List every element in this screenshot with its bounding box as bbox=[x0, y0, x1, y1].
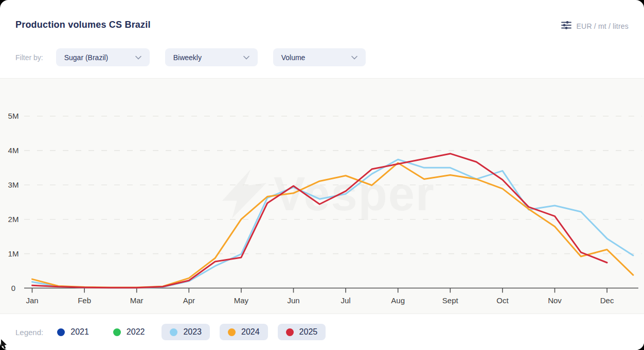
legend-dot-2025 bbox=[286, 328, 294, 336]
x-axis-label-Oct: Oct bbox=[496, 296, 509, 305]
x-axis-label-Feb: Feb bbox=[78, 296, 91, 305]
legend-item-2024[interactable]: 2024 bbox=[220, 324, 268, 340]
x-axis-label-Nov: Nov bbox=[548, 296, 562, 305]
y-axis-label-2M: 2M bbox=[8, 215, 19, 224]
x-axis-label-Jan: Jan bbox=[26, 296, 38, 305]
legend-item-2025[interactable]: 2025 bbox=[278, 324, 326, 340]
frequency-dropdown[interactable]: Biweekly bbox=[165, 48, 258, 66]
y-axis-label-4M: 4M bbox=[8, 146, 19, 155]
legend-dot-2024 bbox=[228, 328, 236, 336]
line-chart: 01M2M3M4M5MJanFebMarAprMayJunJulAugSeptO… bbox=[0, 79, 644, 315]
x-axis-label-May: May bbox=[234, 296, 249, 305]
metric-dropdown[interactable]: Volume bbox=[273, 48, 366, 66]
legend-dot-2021 bbox=[57, 328, 65, 336]
chart-card: Production volumes CS Brazil EUR / mt / … bbox=[0, 0, 644, 350]
legend-year-label: 2021 bbox=[70, 327, 89, 337]
metric-dropdown-value: Volume bbox=[281, 53, 306, 62]
x-axis-label-Apr: Apr bbox=[183, 296, 195, 305]
legend-year-label: 2023 bbox=[183, 327, 202, 337]
x-axis-label-Sept: Sept bbox=[442, 296, 459, 305]
page-title: Production volumes CS Brazil bbox=[15, 20, 151, 30]
sliders-icon[interactable] bbox=[561, 21, 571, 32]
legend-item-2023[interactable]: 2023 bbox=[162, 324, 210, 340]
series-line-2025[interactable] bbox=[32, 154, 607, 288]
chevron-down-icon bbox=[351, 56, 357, 60]
y-axis-label-0: 0 bbox=[11, 284, 15, 292]
x-axis-label-Dec: Dec bbox=[600, 296, 614, 305]
chevron-down-icon bbox=[243, 56, 249, 60]
mouse-cursor bbox=[1, 339, 8, 349]
x-axis-label-Aug: Aug bbox=[391, 296, 405, 305]
x-axis-label-Mar: Mar bbox=[130, 296, 144, 305]
legend-year-label: 2024 bbox=[241, 327, 260, 337]
legend-year-label: 2025 bbox=[299, 327, 318, 337]
chart-area: Vesper 01M2M3M4M5MJanFebMarAprMayJunJulA… bbox=[0, 78, 644, 314]
legend-year-label: 2022 bbox=[127, 327, 145, 337]
product-dropdown[interactable]: Sugar (Brazil) bbox=[56, 48, 150, 66]
y-axis-label-1M: 1M bbox=[8, 249, 19, 258]
y-axis-label-5M: 5M bbox=[8, 112, 19, 120]
legend-dot-2022 bbox=[113, 328, 121, 336]
filter-row: Filter by: Sugar (Brazil) Biweekly Volum… bbox=[15, 48, 381, 66]
filter-by-label: Filter by: bbox=[15, 53, 43, 62]
legend-item-2022[interactable]: 2022 bbox=[113, 324, 145, 340]
legend-item-2021[interactable]: 2021 bbox=[57, 324, 89, 340]
unit-selector[interactable]: EUR / mt / litres bbox=[561, 21, 629, 32]
y-axis-label-3M: 3M bbox=[8, 180, 19, 189]
x-axis-label-Jul: Jul bbox=[341, 296, 351, 305]
frequency-dropdown-value: Biweekly bbox=[173, 53, 202, 62]
x-axis-label-Jun: Jun bbox=[287, 296, 299, 305]
unit-label: EUR / mt / litres bbox=[577, 22, 629, 30]
series-line-2024[interactable] bbox=[32, 163, 633, 287]
product-dropdown-value: Sugar (Brazil) bbox=[64, 53, 109, 62]
legend-dot-2023 bbox=[170, 328, 177, 336]
legend-bar: Legend: 2021 2022 2023 2024 2025 bbox=[0, 314, 644, 350]
legend-label: Legend: bbox=[15, 328, 43, 337]
chevron-down-icon bbox=[135, 56, 141, 60]
